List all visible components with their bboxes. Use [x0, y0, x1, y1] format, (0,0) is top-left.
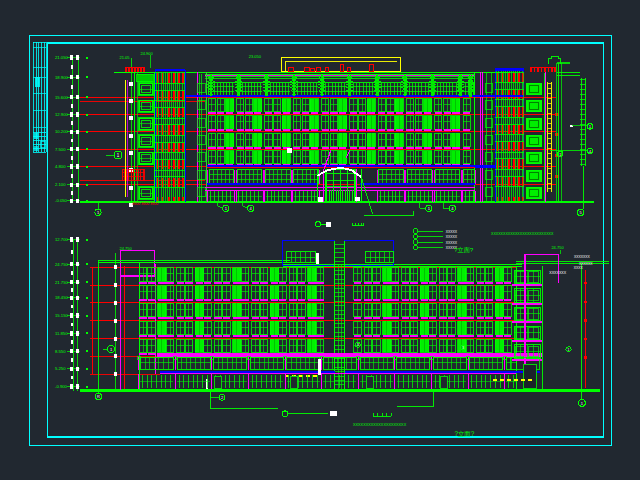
svg-text:XXXXXXXXXXXXXXXXXXXXXXXXXX: XXXXXXXXXXXXXXXXXXXXXXXXXX — [491, 232, 554, 236]
svg-text:18.900: 18.900 — [55, 75, 68, 80]
svg-text:?立面?: ?立面? — [454, 246, 474, 254]
svg-text:24.900: 24.900 — [141, 51, 154, 56]
svg-text:15.600: 15.600 — [55, 95, 68, 100]
svg-text:21.750: 21.750 — [55, 280, 68, 285]
svg-text:XXXXXXX: XXXXXXX — [574, 255, 591, 259]
svg-text:11.850: 11.850 — [55, 331, 68, 336]
svg-text:5.250: 5.250 — [55, 366, 66, 371]
svg-text:24.750: 24.750 — [551, 245, 564, 250]
svg-text:XXXXXXXXXXXXXXXXXXXXX: XXXXXXXXXXXXXXXXXXXXX — [353, 423, 407, 427]
svg-text:18.450: 18.450 — [55, 295, 68, 300]
svg-text:R: R — [97, 394, 100, 399]
svg-text:XXXXXXX: XXXXXXX — [549, 271, 566, 275]
svg-text:1: 1 — [589, 125, 591, 129]
svg-text:7.500: 7.500 — [55, 147, 66, 152]
svg-text:1: 1 — [559, 153, 561, 157]
svg-text:3600 3600 3600: 3600 3600 3600 — [132, 202, 158, 206]
svg-text:12.700: 12.700 — [55, 237, 68, 242]
svg-text:4: 4 — [589, 150, 591, 154]
svg-text:-0.900: -0.900 — [55, 384, 68, 389]
svg-text:?立面?: ?立面? — [454, 430, 474, 438]
svg-text:3: 3 — [462, 346, 464, 350]
svg-text:XXXXX: XXXXX — [446, 230, 458, 234]
svg-text:23.050: 23.050 — [249, 54, 262, 59]
svg-text:3: 3 — [357, 343, 359, 347]
svg-text:24.750: 24.750 — [120, 246, 133, 251]
svg-text:-0.050: -0.050 — [55, 198, 68, 203]
svg-text:12.900: 12.900 — [55, 112, 68, 117]
svg-text:8.550: 8.550 — [55, 349, 66, 354]
svg-text:1: 1 — [568, 348, 570, 352]
svg-text:24.750: 24.750 — [55, 262, 68, 267]
svg-text:XXXX: XXXX — [574, 266, 584, 270]
svg-text:XXXXX: XXXXX — [446, 235, 458, 239]
svg-text:15.150: 15.150 — [55, 313, 68, 318]
svg-text:21.050: 21.050 — [55, 55, 68, 60]
svg-text:21.05: 21.05 — [120, 55, 131, 60]
svg-text:XXXXX: XXXXX — [446, 241, 458, 245]
svg-text:4.800: 4.800 — [55, 164, 66, 169]
svg-text:2.100: 2.100 — [55, 182, 66, 187]
svg-text:10.200: 10.200 — [55, 129, 68, 134]
